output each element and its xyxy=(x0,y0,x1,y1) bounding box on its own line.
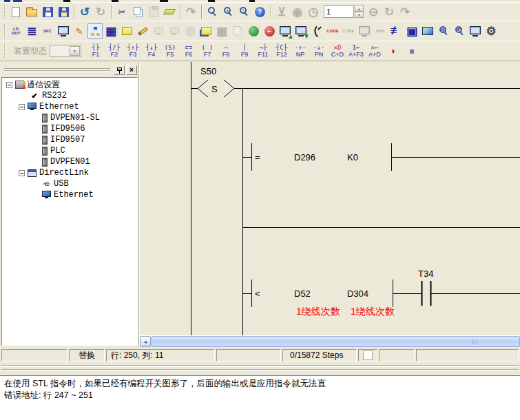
find-ip-button[interactable]: IP xyxy=(452,23,467,39)
tree-item-[interactable]: 通信设置 xyxy=(2,79,137,90)
status-steps: 0/15872 Steps xyxy=(282,349,357,361)
sfc-view-button[interactable]: SFC xyxy=(40,23,55,39)
ladder-key-f9[interactable]: │F9 xyxy=(236,42,253,60)
tree-item-dvpfen01[interactable]: DVPFEN01 xyxy=(2,156,137,167)
ladder-key-f2[interactable]: ┤/├F2 xyxy=(105,42,123,60)
ladder-key-f5[interactable]: (S)F5 xyxy=(161,42,179,60)
ladder-key-f1[interactable]: ┤├F1 xyxy=(87,42,105,60)
communication-setting-button[interactable] xyxy=(87,23,103,39)
tree-item-ifd9507[interactable]: IFD9507 xyxy=(2,134,137,145)
zoom-in-button[interactable]: + xyxy=(220,4,236,19)
undo-button[interactable]: ↺ xyxy=(77,4,92,19)
zoom-button[interactable] xyxy=(205,4,220,19)
save-project-button[interactable] xyxy=(56,4,71,19)
scrollbar-thumb[interactable] xyxy=(152,336,520,347)
io-check-button-icon: OIOI xyxy=(376,29,385,33)
step-symbol: S xyxy=(211,84,218,94)
window-stack-button[interactable]: ▣ xyxy=(404,23,419,39)
help-button[interactable]: ? xyxy=(252,4,267,19)
ladder-key-f6[interactable]: ⊂⊃F6 xyxy=(180,42,198,60)
new-file-button[interactable] xyxy=(8,4,23,19)
instruction-view-button[interactable]: ≣ xyxy=(24,23,39,39)
ladder-key-np[interactable]: -↑-NP xyxy=(291,42,309,60)
register-edit-button[interactable]: ≢ xyxy=(388,23,404,39)
tree-item-ethernet[interactable]: Ethernet xyxy=(2,189,137,200)
monitor-window-button xyxy=(167,23,182,39)
tree-item-ifd9506[interactable]: IFD9506 xyxy=(2,123,137,134)
spin-down-button[interactable]: ▾ xyxy=(355,12,364,18)
monitor-rows-input[interactable]: 1▴▾ xyxy=(324,6,364,18)
device-table-button[interactable]: ▦ xyxy=(103,23,118,39)
ladder-comment-button[interactable] xyxy=(198,23,214,39)
compile-code-button[interactable]: CODE xyxy=(325,23,340,39)
tree-item-plc[interactable]: PLC xyxy=(2,145,137,156)
monitor-mode-button[interactable] xyxy=(56,23,71,39)
ladder-key-f12[interactable]: ┤C├F12 xyxy=(273,42,291,60)
marker-button[interactable] xyxy=(135,23,150,39)
error-message-line: 在使用 STL 指令时，如果已经有编程开关图形了，后面的输出或是应用指令就无法直 xyxy=(4,378,516,390)
tree-item-dvpen01-sl[interactable]: DVPEN01-SL xyxy=(2,112,137,123)
edit-mode-button[interactable]: ✎ xyxy=(72,23,87,39)
upload-program-button[interactable]: ▲ xyxy=(278,23,293,39)
tree-item-ethernet[interactable]: Ethernet xyxy=(2,101,137,112)
tree-item-rs232[interactable]: ✔RS232 xyxy=(2,90,137,101)
collapse-icon[interactable] xyxy=(19,104,25,110)
open-file-button[interactable] xyxy=(24,4,39,19)
message-splitter[interactable] xyxy=(0,363,520,375)
toolbar-grip[interactable] xyxy=(4,44,6,58)
find-device-button[interactable]: M xyxy=(436,23,451,39)
panel-grip[interactable] xyxy=(4,68,110,72)
ladder-key-f7[interactable]: ( )F7 xyxy=(198,42,216,60)
ladder-key-f3[interactable]: ┤↑├F3 xyxy=(124,42,142,60)
monitor-rows-value[interactable]: 1 xyxy=(324,6,354,18)
ladder-key-f8[interactable]: —F8 xyxy=(217,42,235,60)
ladder-key-f4[interactable]: ┤↓├F4 xyxy=(143,42,160,60)
ladder-key-f11[interactable]: →├F11 xyxy=(254,42,272,60)
copy-button[interactable] xyxy=(130,4,145,19)
panel-titlebar[interactable]: × xyxy=(0,63,139,77)
continuous-refresh-button: ↷ xyxy=(397,4,413,19)
ladder-view-button[interactable]: LD OUT xyxy=(8,23,23,39)
communication-tree[interactable]: 通信设置✔RS232EthernetDVPEN01-SLIFD9506IFD95… xyxy=(1,77,138,346)
save-button[interactable] xyxy=(40,4,55,19)
simulator-button[interactable] xyxy=(246,23,261,39)
ladder-editor[interactable]: S50 S = D296 K0 < D52 D304 T34 1绕线次数 1绕线… xyxy=(140,62,520,335)
collapse-icon[interactable] xyxy=(19,170,25,176)
tree-item-usb[interactable]: ψUSB xyxy=(2,178,137,189)
collapse-icon[interactable] xyxy=(6,82,12,88)
stop-run-button[interactable]: – xyxy=(262,23,277,39)
close-icon: × xyxy=(129,67,134,74)
pin-button[interactable] xyxy=(114,65,125,75)
close-button[interactable]: × xyxy=(126,65,137,75)
cut-button-icon: ✂ xyxy=(118,7,126,17)
image-monitor-button[interactable] xyxy=(420,23,435,39)
options-button[interactable]: ⚙ xyxy=(483,23,499,39)
delete-button[interactable] xyxy=(162,4,177,19)
zoom-in-button-icon: + xyxy=(224,7,231,14)
ladder-monitor-button: ⊻ xyxy=(274,4,289,19)
trend-chart-button[interactable]: ▮ xyxy=(384,42,402,60)
ladder-key-a-d[interactable]: ×←A+D xyxy=(366,42,384,60)
ladder-monitor-button-icon: ⊻ xyxy=(278,5,286,19)
bar-chart-button[interactable]: ▥ xyxy=(403,42,421,60)
image-monitor-button-icon xyxy=(422,27,433,35)
ladder-element-buttons: ┤├F1┤/├F2┤↑├F3┤↓├F4(S)F5⊂⊃F6( )F7—F8│F9→… xyxy=(87,42,422,60)
compile-code-2-button-icon: CODE xyxy=(342,29,354,33)
ladder-key-c-d[interactable]: ×DC+D xyxy=(329,42,346,60)
comment-edit-button[interactable] xyxy=(119,23,134,39)
spin-up-button[interactable]: ▴ xyxy=(355,6,364,12)
ladder-key-pn[interactable]: -↓-PN xyxy=(310,42,328,60)
zoom-button-icon xyxy=(208,7,215,14)
scroll-left-button[interactable]: ◄ xyxy=(140,336,151,347)
ladder-key-a-f3[interactable]: I←A+F3 xyxy=(347,42,365,60)
download-program-button[interactable]: ▼ xyxy=(293,23,309,39)
zoom-out-button[interactable]: − xyxy=(236,4,251,19)
stop-monitor-button-icon: ⊖ xyxy=(368,5,378,19)
message-output-panel[interactable]: 在使用 STL 指令时，如果已经有编程开关图形了，后面的输出或是应用指令就无法直… xyxy=(0,375,520,420)
tree-item-directlink[interactable]: DirectLink xyxy=(2,167,137,178)
cut-button[interactable]: ✂ xyxy=(114,4,129,19)
horizontal-scrollbar[interactable]: ◄ xyxy=(140,335,520,346)
network-view-button[interactable] xyxy=(468,23,483,39)
device-table-button-icon: ▦ xyxy=(105,24,116,39)
communication-button[interactable] xyxy=(309,23,324,39)
